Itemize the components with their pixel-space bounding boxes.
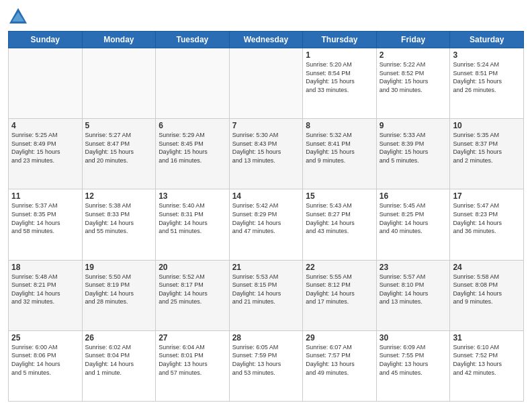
day-number: 19 <box>85 263 153 272</box>
day-info: Sunrise: 5:33 AM Sunset: 8:39 PM Dayligh… <box>380 131 447 165</box>
day-number: 3 <box>453 50 521 60</box>
day-info: Sunrise: 5:20 AM Sunset: 8:54 PM Dayligh… <box>306 60 373 94</box>
calendar-cell: 30Sunrise: 6:09 AM Sunset: 7:55 PM Dayli… <box>376 330 450 401</box>
day-info: Sunrise: 5:52 AM Sunset: 8:17 PM Dayligh… <box>159 273 226 306</box>
calendar-cell: 11Sunrise: 5:37 AM Sunset: 8:35 PM Dayli… <box>9 189 83 260</box>
day-number: 11 <box>11 191 79 201</box>
calendar-cell: 23Sunrise: 5:57 AM Sunset: 8:10 PM Dayli… <box>376 260 450 330</box>
page: SundayMondayTuesdayWednesdayThursdayFrid… <box>0 0 532 411</box>
calendar-cell: 26Sunrise: 6:02 AM Sunset: 8:04 PM Dayli… <box>82 330 156 401</box>
calendar-cell <box>82 48 156 119</box>
day-number: 23 <box>380 263 447 272</box>
weekday-header: Monday <box>82 32 156 48</box>
day-number: 16 <box>380 191 447 201</box>
day-info: Sunrise: 6:05 AM Sunset: 7:59 PM Dayligh… <box>232 343 300 377</box>
day-number: 20 <box>159 263 226 272</box>
calendar-cell: 28Sunrise: 6:05 AM Sunset: 7:59 PM Dayli… <box>229 330 303 401</box>
day-info: Sunrise: 5:50 AM Sunset: 8:19 PM Dayligh… <box>85 273 153 306</box>
day-info: Sunrise: 5:30 AM Sunset: 8:43 PM Dayligh… <box>232 131 300 165</box>
day-number: 17 <box>453 191 521 201</box>
calendar-cell: 12Sunrise: 5:38 AM Sunset: 8:33 PM Dayli… <box>82 189 156 260</box>
calendar-cell: 6Sunrise: 5:29 AM Sunset: 8:45 PM Daylig… <box>156 119 230 189</box>
calendar-cell: 9Sunrise: 5:33 AM Sunset: 8:39 PM Daylig… <box>376 119 450 189</box>
logo-icon <box>8 7 28 27</box>
day-number: 15 <box>306 191 373 201</box>
day-number: 22 <box>306 263 373 272</box>
calendar-week-row: 25Sunrise: 6:00 AM Sunset: 8:06 PM Dayli… <box>9 330 524 401</box>
day-info: Sunrise: 6:10 AM Sunset: 7:52 PM Dayligh… <box>453 343 521 377</box>
day-number: 14 <box>232 191 300 201</box>
calendar-cell: 25Sunrise: 6:00 AM Sunset: 8:06 PM Dayli… <box>9 330 83 401</box>
calendar-cell: 4Sunrise: 5:25 AM Sunset: 8:49 PM Daylig… <box>9 119 83 189</box>
calendar-cell: 16Sunrise: 5:45 AM Sunset: 8:25 PM Dayli… <box>376 189 450 260</box>
weekday-header: Wednesday <box>229 32 303 48</box>
calendar-cell: 31Sunrise: 6:10 AM Sunset: 7:52 PM Dayli… <box>450 330 524 401</box>
day-info: Sunrise: 5:47 AM Sunset: 8:23 PM Dayligh… <box>453 201 521 235</box>
weekday-header: Tuesday <box>156 32 230 48</box>
day-number: 18 <box>11 263 79 272</box>
day-number: 30 <box>380 333 447 342</box>
day-number: 6 <box>159 121 226 130</box>
day-number: 5 <box>85 121 153 130</box>
header <box>8 7 524 27</box>
day-info: Sunrise: 6:07 AM Sunset: 7:57 PM Dayligh… <box>306 343 373 377</box>
day-info: Sunrise: 5:45 AM Sunset: 8:25 PM Dayligh… <box>380 201 447 235</box>
calendar-cell <box>229 48 303 119</box>
day-number: 13 <box>159 191 226 201</box>
calendar-week-row: 11Sunrise: 5:37 AM Sunset: 8:35 PM Dayli… <box>9 189 524 260</box>
day-info: Sunrise: 5:35 AM Sunset: 8:37 PM Dayligh… <box>453 131 521 165</box>
day-number: 29 <box>306 333 373 342</box>
calendar-cell: 2Sunrise: 5:22 AM Sunset: 8:52 PM Daylig… <box>376 48 450 119</box>
day-info: Sunrise: 6:00 AM Sunset: 8:06 PM Dayligh… <box>11 343 79 377</box>
day-info: Sunrise: 5:40 AM Sunset: 8:31 PM Dayligh… <box>159 201 226 235</box>
day-info: Sunrise: 5:29 AM Sunset: 8:45 PM Dayligh… <box>159 131 226 165</box>
day-number: 27 <box>159 333 226 342</box>
calendar-cell: 17Sunrise: 5:47 AM Sunset: 8:23 PM Dayli… <box>450 189 524 260</box>
day-info: Sunrise: 5:25 AM Sunset: 8:49 PM Dayligh… <box>11 131 79 165</box>
calendar-week-row: 18Sunrise: 5:48 AM Sunset: 8:21 PM Dayli… <box>9 260 524 330</box>
day-number: 7 <box>232 121 300 130</box>
calendar-cell: 1Sunrise: 5:20 AM Sunset: 8:54 PM Daylig… <box>303 48 377 119</box>
weekday-header: Thursday <box>303 32 377 48</box>
calendar-week-row: 4Sunrise: 5:25 AM Sunset: 8:49 PM Daylig… <box>9 119 524 189</box>
calendar-cell: 27Sunrise: 6:04 AM Sunset: 8:01 PM Dayli… <box>156 330 230 401</box>
weekday-header: Sunday <box>9 32 83 48</box>
day-number: 12 <box>85 191 153 201</box>
calendar-cell: 8Sunrise: 5:32 AM Sunset: 8:41 PM Daylig… <box>303 119 377 189</box>
day-info: Sunrise: 5:27 AM Sunset: 8:47 PM Dayligh… <box>85 131 153 165</box>
day-info: Sunrise: 5:32 AM Sunset: 8:41 PM Dayligh… <box>306 131 373 165</box>
calendar-cell <box>9 48 83 119</box>
day-number: 8 <box>306 121 373 130</box>
weekday-header: Saturday <box>450 32 524 48</box>
weekday-header: Friday <box>376 32 450 48</box>
day-number: 21 <box>232 263 300 272</box>
calendar-cell: 15Sunrise: 5:43 AM Sunset: 8:27 PM Dayli… <box>303 189 377 260</box>
calendar-table: SundayMondayTuesdayWednesdayThursdayFrid… <box>8 31 524 402</box>
day-info: Sunrise: 5:37 AM Sunset: 8:35 PM Dayligh… <box>11 201 79 235</box>
weekday-header-row: SundayMondayTuesdayWednesdayThursdayFrid… <box>9 32 524 48</box>
day-info: Sunrise: 6:04 AM Sunset: 8:01 PM Dayligh… <box>159 343 226 377</box>
day-info: Sunrise: 5:24 AM Sunset: 8:51 PM Dayligh… <box>453 60 521 94</box>
calendar-cell: 14Sunrise: 5:42 AM Sunset: 8:29 PM Dayli… <box>229 189 303 260</box>
day-info: Sunrise: 5:55 AM Sunset: 8:12 PM Dayligh… <box>306 273 373 306</box>
calendar-cell: 29Sunrise: 6:07 AM Sunset: 7:57 PM Dayli… <box>303 330 377 401</box>
calendar-cell: 18Sunrise: 5:48 AM Sunset: 8:21 PM Dayli… <box>9 260 83 330</box>
calendar-cell: 20Sunrise: 5:52 AM Sunset: 8:17 PM Dayli… <box>156 260 230 330</box>
day-info: Sunrise: 5:42 AM Sunset: 8:29 PM Dayligh… <box>232 201 300 235</box>
day-number: 2 <box>380 50 447 60</box>
calendar-week-row: 1Sunrise: 5:20 AM Sunset: 8:54 PM Daylig… <box>9 48 524 119</box>
calendar-cell: 19Sunrise: 5:50 AM Sunset: 8:19 PM Dayli… <box>82 260 156 330</box>
day-number: 26 <box>85 333 153 342</box>
day-number: 1 <box>306 50 373 60</box>
calendar-cell: 13Sunrise: 5:40 AM Sunset: 8:31 PM Dayli… <box>156 189 230 260</box>
logo <box>8 7 31 27</box>
day-number: 31 <box>453 333 521 342</box>
day-number: 25 <box>11 333 79 342</box>
calendar-cell: 24Sunrise: 5:58 AM Sunset: 8:08 PM Dayli… <box>450 260 524 330</box>
day-number: 24 <box>453 263 521 272</box>
calendar-cell: 21Sunrise: 5:53 AM Sunset: 8:15 PM Dayli… <box>229 260 303 330</box>
day-info: Sunrise: 5:38 AM Sunset: 8:33 PM Dayligh… <box>85 201 153 235</box>
day-info: Sunrise: 5:48 AM Sunset: 8:21 PM Dayligh… <box>11 273 79 306</box>
day-number: 9 <box>380 121 447 130</box>
calendar-cell: 7Sunrise: 5:30 AM Sunset: 8:43 PM Daylig… <box>229 119 303 189</box>
